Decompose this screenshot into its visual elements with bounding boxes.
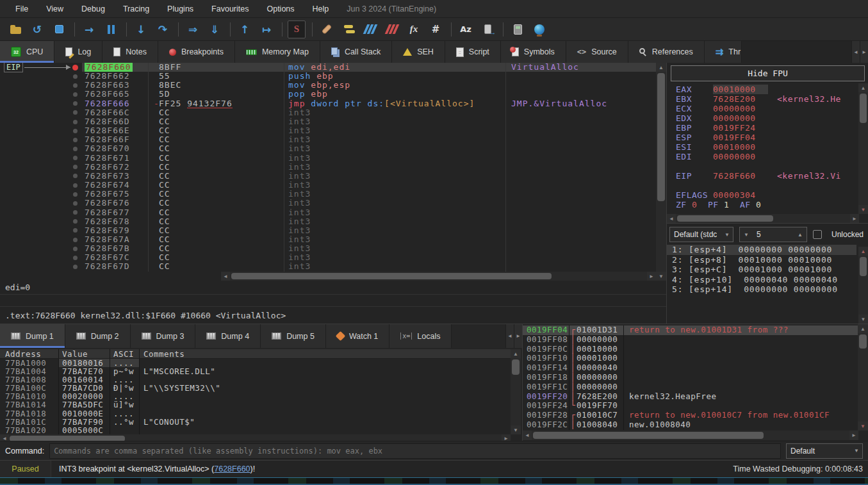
menu-item-debug[interactable]: Debug	[72, 0, 114, 18]
breakpoint-gutter[interactable]	[70, 262, 82, 271]
argument-row[interactable]: 5: [esp+14] 00000000 00000000	[667, 284, 856, 295]
tab-dump-1[interactable]: Dump 1	[0, 324, 65, 348]
hide-fpu-button[interactable]: Hide FPU	[671, 65, 865, 81]
tab-scroll-right-icon[interactable]: ►	[514, 324, 522, 348]
stop-button[interactable]	[50, 21, 68, 38]
registers-hscrollbar[interactable]: ◄ ►	[667, 214, 859, 223]
stack-row[interactable]: 0019FF04┌01001D31return to new.01001D31 …	[523, 325, 858, 335]
trace-into-button[interactable]	[361, 21, 379, 38]
breakpoint-gutter[interactable]	[70, 226, 82, 235]
open-file-button[interactable]	[6, 21, 24, 38]
run-button[interactable]: →	[80, 21, 98, 38]
gutter-dot-icon[interactable]	[73, 219, 78, 224]
tab-dump-2[interactable]: Dump 2	[65, 324, 131, 348]
calling-convention-select[interactable]: Default (stdc ▼	[669, 227, 733, 242]
breakpoint-gutter[interactable]	[70, 217, 82, 226]
gutter-dot-icon[interactable]	[73, 238, 78, 242]
tab-memory-map[interactable]: Memory Map	[235, 41, 320, 63]
tab-locals[interactable]: x=Locals	[389, 324, 452, 348]
disasm-row[interactable]: 7628F66ECCint3	[0, 126, 666, 135]
argument-row[interactable]: 4: [esp+10] 00000040 00000040	[667, 275, 856, 285]
gutter-dot-icon[interactable]	[73, 83, 78, 88]
tab-references[interactable]: References	[628, 41, 705, 63]
attach-calc-button[interactable]	[479, 21, 496, 38]
scroll-up-arrow[interactable]: ▲	[858, 324, 868, 333]
label-button[interactable]: #	[427, 21, 445, 38]
stack-hscrollbar[interactable]: ◄ ►	[523, 431, 858, 440]
disasm-row[interactable]: 7628F677CCint3	[0, 208, 666, 217]
breakpoint-gutter[interactable]	[70, 253, 82, 262]
disasm-row[interactable]: 7628F672CCint3	[0, 163, 666, 172]
scroll-thumb[interactable]	[860, 257, 867, 276]
scroll-thumb[interactable]	[231, 273, 552, 279]
scroll-right-arrow[interactable]: ►	[850, 214, 859, 223]
menu-item-options[interactable]: Options	[258, 0, 303, 18]
disasm-row[interactable]: 7628F67BCCint3	[0, 244, 666, 253]
stack-row[interactable]: 0019FF18│00000000	[523, 373, 858, 382]
scroll-up-arrow[interactable]: ▲	[656, 63, 666, 72]
gutter-dot-icon[interactable]	[73, 110, 78, 115]
scroll-down-arrow[interactable]: ▼	[858, 205, 868, 214]
tab-seh[interactable]: SEH	[392, 41, 445, 63]
scroll-left-arrow[interactable]: ◄	[523, 431, 532, 440]
scroll-down-arrow[interactable]: ▼	[858, 315, 868, 324]
scroll-left-arrow[interactable]: ◄	[221, 272, 230, 281]
stack-row[interactable]: 0019FF24└0019FF70	[523, 401, 858, 411]
dump-row[interactable]: 77BA10200005000C	[0, 426, 511, 434]
gutter-dot-icon[interactable]	[73, 247, 78, 251]
tab-cpu[interactable]: 32CPU	[0, 41, 54, 63]
calculator-button[interactable]	[509, 21, 527, 38]
step-out-button[interactable]: ⇓	[206, 21, 224, 38]
breakpoint-gutter[interactable]	[70, 181, 82, 190]
scroll-left-arrow[interactable]: ◄	[667, 214, 676, 223]
breakpoint-gutter[interactable]	[70, 63, 82, 72]
breakpoint-address-link[interactable]: 7628F660	[214, 464, 250, 473]
tab-log[interactable]: Log	[54, 41, 102, 63]
disasm-row[interactable]: 7628F6655Dpop ebp	[0, 90, 666, 99]
tab-source[interactable]: <>Source	[566, 41, 628, 63]
dump-header-value[interactable]: Value	[59, 349, 110, 358]
disasm-row[interactable]: 7628F671CCint3	[0, 154, 666, 163]
disasm-row[interactable]: 7628F67ACCint3	[0, 235, 666, 244]
step-over-button[interactable]: ↷	[154, 21, 172, 38]
menu-item-file[interactable]: File	[6, 0, 37, 18]
argument-row[interactable]: 2: [esp+8] 00010000 00010000	[667, 255, 856, 265]
breakpoint-gutter[interactable]	[70, 117, 82, 126]
breakpoint-gutter[interactable]	[70, 244, 82, 253]
breakpoint-gutter[interactable]	[70, 190, 82, 199]
breakpoint-gutter[interactable]	[70, 144, 82, 153]
scroll-thumb[interactable]	[10, 436, 125, 441]
gutter-dot-icon[interactable]	[73, 101, 78, 106]
stack-row[interactable]: 0019FF2C│01008040new.01008040	[523, 420, 858, 430]
disasm-row[interactable]: 7628F67CCCint3	[0, 253, 666, 262]
gutter-dot-icon[interactable]	[73, 201, 78, 206]
tab-notes[interactable]: Notes	[102, 41, 158, 63]
pause-button[interactable]	[102, 21, 120, 38]
tab-dump-3[interactable]: Dump 3	[131, 324, 196, 348]
dump-hscrollbar[interactable]: ◄ ►	[0, 434, 511, 441]
dump-row[interactable]: 77BA101C77BA7F90..°wL"CONOUT$"	[0, 418, 511, 426]
dump-pane[interactable]: Dump 1Dump 2Dump 3Dump 4Dump 5Watch 1x=L…	[0, 324, 522, 441]
scroll-right-arrow[interactable]: ►	[849, 431, 858, 440]
disassembly-hscrollbar[interactable]: ◄ ►	[221, 272, 656, 281]
dump-table[interactable]: AddressValueASCIComments77BA100000180016…	[0, 349, 511, 434]
disasm-row[interactable]: 7628F679CCint3	[0, 226, 666, 235]
breakpoint-gutter[interactable]	[70, 154, 82, 163]
stack-row[interactable]: 0019FF1C│00000000	[523, 382, 858, 392]
arguments-panel[interactable]: Default (stdc ▼ ▼ 5 ▲ Unlocked 1: [esp+4…	[666, 223, 868, 324]
stack-row[interactable]: 0019FF20│7628E200kernel32.HeapFree	[523, 392, 858, 402]
stack-row[interactable]: 0019FF10│00001000	[523, 354, 858, 363]
breakpoint-gutter[interactable]	[70, 163, 82, 172]
scroll-down-arrow[interactable]: ▼	[858, 422, 868, 431]
gutter-dot-icon[interactable]	[73, 129, 78, 133]
preferences-font-button[interactable]: Az	[457, 21, 475, 38]
tab-watch-1[interactable]: Watch 1	[326, 324, 389, 348]
breakpoint-gutter[interactable]	[70, 99, 82, 108]
disasm-row[interactable]: 7628F676CCint3	[0, 199, 666, 208]
disasm-row[interactable]: 7628F67DCCint3	[0, 262, 666, 271]
scroll-thumb[interactable]	[860, 94, 867, 123]
scroll-thumb[interactable]	[512, 359, 520, 375]
disasm-row[interactable]: 7628F66FCCint3	[0, 135, 666, 144]
dump-header-comments[interactable]: Comments	[140, 349, 511, 358]
gutter-dot-icon[interactable]	[73, 192, 78, 197]
